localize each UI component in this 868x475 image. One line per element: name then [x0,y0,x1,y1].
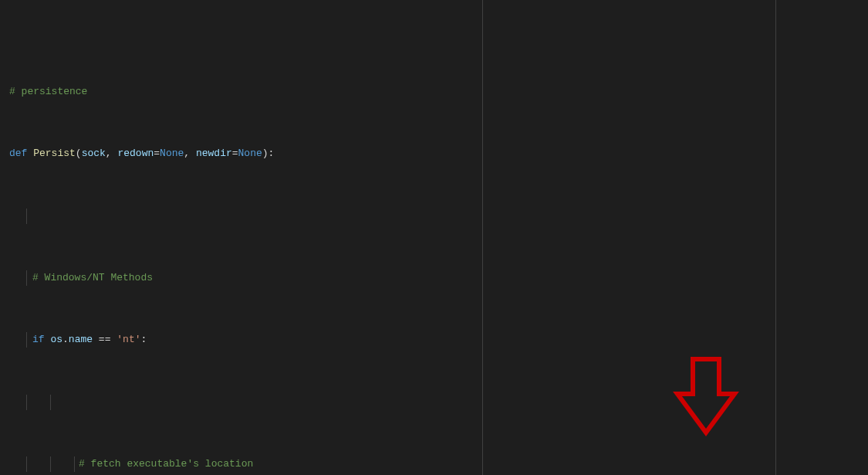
code-line[interactable] [9,209,868,224]
code-line[interactable]: def Persist(sock, redown=None, newdir=No… [9,146,868,161]
comment: # persistence [9,86,87,97]
code-line[interactable] [9,395,868,410]
code-line[interactable]: # fetch executable's location [9,456,868,472]
code-line[interactable]: # persistence [9,84,868,100]
code-editor[interactable]: # persistence def Persist(sock, redown=N… [0,0,868,475]
code-line[interactable]: # Windows/NT Methods [9,270,868,286]
code-line[interactable]: if os.name == 'nt': [9,332,868,348]
